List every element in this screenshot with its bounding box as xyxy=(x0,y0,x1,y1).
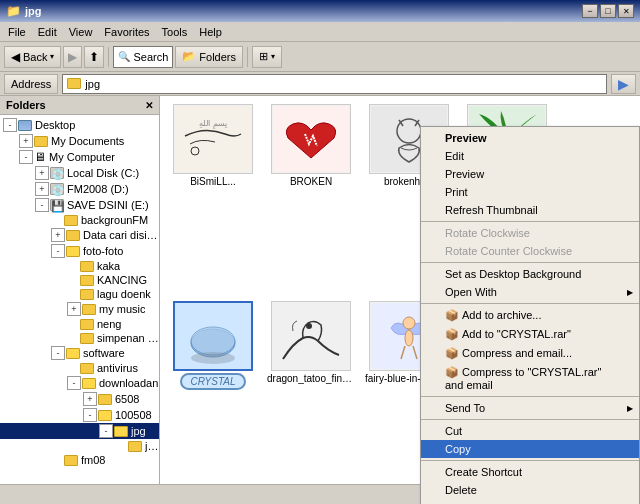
svg-point-18 xyxy=(403,317,415,329)
tree-item-fm08[interactable]: fm08 xyxy=(0,453,159,467)
search-box[interactable]: 🔍 Search xyxy=(113,46,173,68)
svg-point-15 xyxy=(306,323,312,329)
downloadan-icon xyxy=(82,378,96,389)
tree-item-simpenan[interactable]: simpenan sementara xyxy=(0,331,159,345)
ctx-copy[interactable]: Copy xyxy=(421,440,639,458)
expand-desktop[interactable]: - xyxy=(3,118,17,132)
tree-area[interactable]: - Desktop + My Documents - 🖥 My Computer… xyxy=(0,115,159,501)
ctx-open-with[interactable]: Open With xyxy=(421,283,639,301)
ctx-compress-crystal-email[interactable]: 📦Compress to "CRYSTAL.rar" and email xyxy=(421,363,639,394)
crystal-svg xyxy=(175,303,251,369)
tree-item-desktop[interactable]: - Desktop xyxy=(0,117,159,133)
tree-item-lagu-doenk[interactable]: lagu doenk xyxy=(0,287,159,301)
expand-my-documents[interactable]: + xyxy=(19,134,33,148)
address-input[interactable]: jpg xyxy=(62,74,607,94)
thumb-bismillah-label: BiSmiLL... xyxy=(190,176,236,187)
tree-item-antivirus[interactable]: antivirus xyxy=(0,361,159,375)
title-bar-left: 📁 jpg xyxy=(6,4,42,18)
expand-my-music[interactable]: + xyxy=(67,302,81,316)
back-button[interactable]: ◀ Back ▾ xyxy=(4,46,61,68)
tree-item-save-dsini-e[interactable]: - 💾 SAVE DSINI (E:) xyxy=(0,197,159,213)
tree-item-local-disk-c[interactable]: + 💿 Local Disk (C:) xyxy=(0,165,159,181)
close-button[interactable]: ✕ xyxy=(618,4,634,18)
svg-rect-14 xyxy=(273,303,349,369)
ctx-create-shortcut[interactable]: Create Shortcut xyxy=(421,463,639,481)
up-arrow-icon: ⬆ xyxy=(89,50,99,64)
ctx-compress-email[interactable]: 📦Compress and email... xyxy=(421,344,639,363)
ctx-preview-bold[interactable]: Preview xyxy=(421,129,639,147)
thumb-crystal[interactable]: CRYSTAL xyxy=(168,301,258,496)
ctx-edit[interactable]: Edit xyxy=(421,147,639,165)
ctx-preview[interactable]: Preview xyxy=(421,165,639,183)
tree-item-my-documents[interactable]: + My Documents xyxy=(0,133,159,149)
tree-item-data-cari[interactable]: + Data cari disini..!! xyxy=(0,227,159,243)
content-area: بِسمِ اللهِ BiSmiLL... xyxy=(160,96,640,504)
ctx-set-desktop-bg[interactable]: Set as Desktop Background xyxy=(421,265,639,283)
tree-item-my-music[interactable]: + my music xyxy=(0,301,159,317)
ctx-cut[interactable]: Cut xyxy=(421,422,639,440)
tree-item-jpg[interactable]: - jpg xyxy=(0,423,159,439)
expand-data-cari[interactable]: + xyxy=(51,228,65,242)
tree-item-backgrounfm[interactable]: backgrounFM xyxy=(0,213,159,227)
menu-edit[interactable]: Edit xyxy=(32,24,63,40)
ctx-separator-6 xyxy=(421,460,639,461)
tree-item-6508[interactable]: + 6508 xyxy=(0,391,159,407)
expand-100508[interactable]: - xyxy=(83,408,97,422)
expand-software[interactable]: - xyxy=(51,346,65,360)
expand-save-dsini-e[interactable]: - xyxy=(35,198,49,212)
menu-tools[interactable]: Tools xyxy=(156,24,194,40)
expand-6508[interactable]: + xyxy=(83,392,97,406)
expand-foto-foto[interactable]: - xyxy=(51,244,65,258)
tree-item-downloadan[interactable]: - downloadan xyxy=(0,375,159,391)
tree-item-software[interactable]: - software xyxy=(0,345,159,361)
ctx-add-archive[interactable]: 📦Add to archive... xyxy=(421,306,639,325)
tree-item-foto-foto[interactable]: - foto-foto xyxy=(0,243,159,259)
views-button[interactable]: ⊞ ▾ xyxy=(252,46,282,68)
expand-local-disk-c[interactable]: + xyxy=(35,166,49,180)
ctx-refresh-thumbnail[interactable]: Refresh Thumbnail xyxy=(421,201,639,219)
tree-item-kancing[interactable]: KANCING xyxy=(0,273,159,287)
title-bar-controls: − □ ✕ xyxy=(582,4,634,18)
ctx-separator-2 xyxy=(421,262,639,263)
thumb-dragon[interactable]: dragon_tatoo_final.3 xyxy=(266,301,356,496)
menu-file[interactable]: File xyxy=(2,24,32,40)
tree-item-neng[interactable]: neng xyxy=(0,317,159,331)
archive2-icon: 📦 xyxy=(445,328,459,340)
archive-icon: 📦 xyxy=(445,309,459,321)
ctx-add-crystal-rar[interactable]: 📦Add to "CRYSTAL.rar" xyxy=(421,325,639,344)
forward-arrow-icon: ▶ xyxy=(68,50,77,64)
tree-item-jpg-sub[interactable]: jpg xyxy=(0,439,159,453)
expand-jpg[interactable]: - xyxy=(99,424,113,438)
thumb-broken[interactable]: BROKEN xyxy=(266,104,356,293)
go-button[interactable]: ▶ xyxy=(611,74,636,94)
thumb-bismillah[interactable]: بِسمِ اللهِ BiSmiLL... xyxy=(168,104,258,293)
menu-help[interactable]: Help xyxy=(193,24,228,40)
ctx-delete[interactable]: Delete xyxy=(421,481,639,499)
ctx-separator-1 xyxy=(421,221,639,222)
sidebar-close-button[interactable]: ✕ xyxy=(145,100,153,111)
expand-downloadan[interactable]: - xyxy=(67,376,81,390)
menu-view[interactable]: View xyxy=(63,24,99,40)
expand-fm2008-d[interactable]: + xyxy=(35,182,49,196)
my-documents-icon xyxy=(34,136,48,147)
up-button[interactable]: ⬆ xyxy=(84,46,104,68)
ctx-separator-3 xyxy=(421,303,639,304)
tree-item-fm2008-d[interactable]: + 💿 FM2008 (D:) xyxy=(0,181,159,197)
maximize-button[interactable]: □ xyxy=(600,4,616,18)
backgrounfm-icon xyxy=(64,215,78,226)
expand-my-computer[interactable]: - xyxy=(19,150,33,164)
drive-e-icon: 💾 xyxy=(50,199,64,211)
ctx-send-to[interactable]: Send To xyxy=(421,399,639,417)
minimize-button[interactable]: − xyxy=(582,4,598,18)
address-bar: Address jpg ▶ xyxy=(0,72,640,96)
menu-favorites[interactable]: Favorites xyxy=(98,24,155,40)
tree-item-kaka[interactable]: kaka xyxy=(0,259,159,273)
compress-icon: 📦 xyxy=(445,347,459,359)
dragon-svg xyxy=(273,303,349,369)
ctx-rename[interactable]: Rename xyxy=(421,499,639,504)
forward-button[interactable]: ▶ xyxy=(63,46,82,68)
tree-item-100508[interactable]: - 100508 xyxy=(0,407,159,423)
tree-item-my-computer[interactable]: - 🖥 My Computer xyxy=(0,149,159,165)
ctx-print[interactable]: Print xyxy=(421,183,639,201)
folders-button[interactable]: 📂 Folders xyxy=(175,46,243,68)
